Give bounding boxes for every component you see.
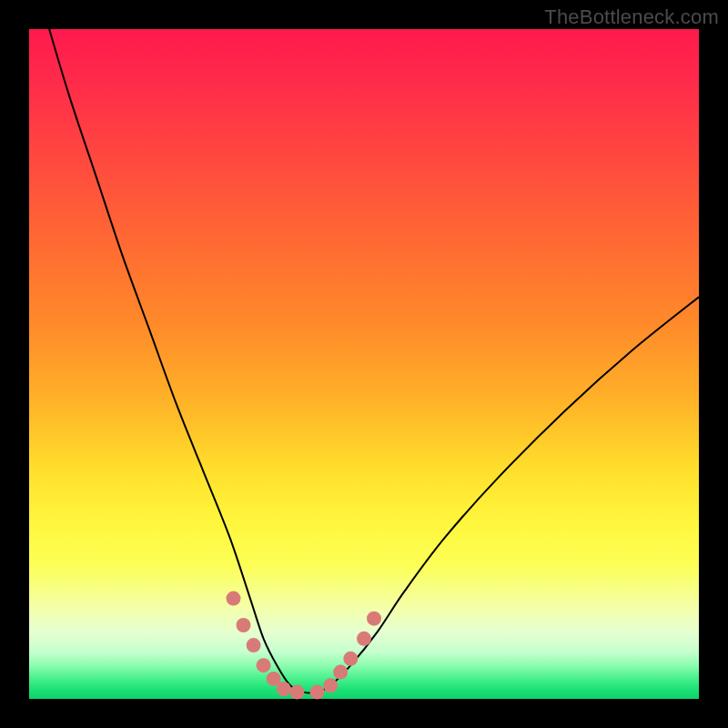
- chart-svg: [29, 29, 699, 699]
- highlight-dot: [227, 592, 241, 606]
- curve-line: [49, 29, 699, 693]
- highlight-dot: [323, 678, 338, 693]
- highlight-dot: [289, 685, 304, 700]
- highlight-dot: [237, 618, 251, 632]
- highlight-dot: [367, 612, 381, 626]
- watermark-text: TheBottleneck.com: [544, 5, 719, 29]
- highlight-dot: [310, 685, 325, 700]
- highlight-dot: [357, 632, 371, 646]
- highlight-dot: [247, 638, 261, 652]
- highlight-dot: [333, 665, 348, 680]
- highlight-dot: [277, 682, 291, 696]
- bottleneck-curve-path: [49, 29, 699, 693]
- highlight-dots-group: [227, 592, 382, 700]
- highlight-dot: [257, 658, 271, 672]
- plot-area: [29, 29, 699, 699]
- chart-frame: TheBottleneck.com: [0, 0, 728, 728]
- highlight-dot: [343, 652, 358, 666]
